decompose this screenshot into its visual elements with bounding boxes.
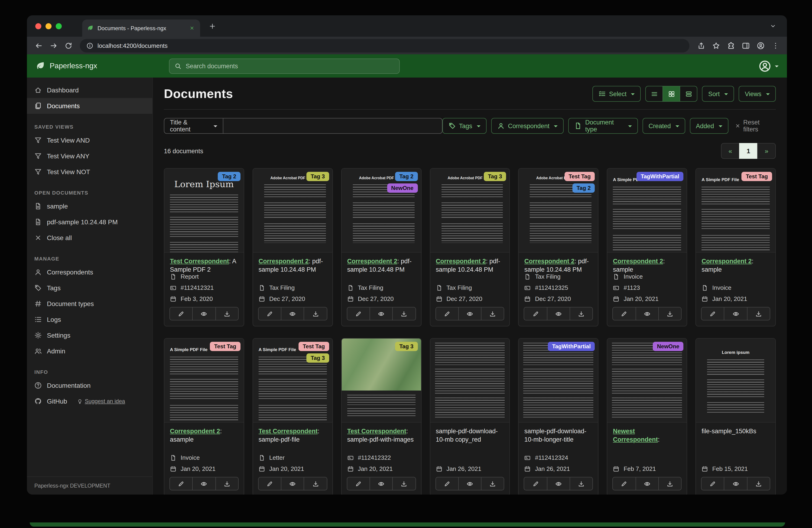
correspondent-link[interactable]: Correspondent 2 xyxy=(170,428,220,435)
reload-button[interactable] xyxy=(61,39,75,53)
reset-filters-button[interactable]: Reset filters xyxy=(735,119,776,133)
view-mode-view-list-button[interactable] xyxy=(646,86,663,102)
edit-document-button[interactable] xyxy=(524,477,547,490)
preview-document-button[interactable] xyxy=(192,307,216,320)
sidebar-item-sample[interactable]: sample xyxy=(27,198,152,214)
download-document-button[interactable] xyxy=(658,477,682,490)
filter-correspondent-button[interactable]: Correspondent xyxy=(491,118,564,134)
back-button[interactable] xyxy=(32,39,45,53)
sidebar-item-pdf-sample-10-24-48-pm[interactable]: pdf-sample 10.24.48 PM xyxy=(27,214,152,230)
tag-badge-test-tag[interactable]: Test Tag xyxy=(564,172,595,181)
sidebar-item-test-view-and[interactable]: Test View AND xyxy=(27,132,152,148)
new-tab-button[interactable] xyxy=(206,19,219,32)
preview-document-button[interactable] xyxy=(281,477,304,490)
search-input[interactable] xyxy=(186,62,394,69)
sort-button[interactable]: Sort xyxy=(702,86,734,102)
sidebar-item-logs[interactable]: Logs xyxy=(27,312,152,327)
sidebar-item-settings[interactable]: Settings xyxy=(27,327,152,343)
download-document-button[interactable] xyxy=(658,307,682,320)
edit-document-button[interactable] xyxy=(258,477,281,490)
document-thumbnail[interactable]: Adobe Acrobat PDF FilesTag 3 xyxy=(253,169,332,253)
app-brand[interactable]: Paperless-ngx xyxy=(35,61,169,71)
zoom-window-button[interactable] xyxy=(56,23,62,29)
select-button[interactable]: Select xyxy=(592,86,641,102)
preview-document-button[interactable] xyxy=(724,307,748,320)
tag-badge-tag-2[interactable]: Tag 2 xyxy=(395,172,418,181)
document-thumbnail[interactable]: NewOne xyxy=(608,339,687,423)
tag-badge-test-tag[interactable]: Test Tag xyxy=(210,342,241,351)
close-window-button[interactable] xyxy=(35,23,41,29)
edit-document-button[interactable] xyxy=(701,477,724,490)
document-thumbnail[interactable]: A Simple PDF FileTest Tag xyxy=(696,169,775,253)
correspondent-link[interactable]: Test Correspondent xyxy=(347,428,406,435)
download-document-button[interactable] xyxy=(481,307,504,320)
edit-document-button[interactable] xyxy=(347,477,370,490)
preview-document-button[interactable] xyxy=(547,307,570,320)
sidebar-item-test-view-not[interactable]: Test View NOT xyxy=(27,164,152,180)
filter-created-button[interactable]: Created xyxy=(642,118,685,134)
edit-document-button[interactable] xyxy=(435,307,459,320)
filter-title-input[interactable] xyxy=(223,118,443,134)
tag-badge-tag-3[interactable]: Tag 3 xyxy=(484,172,506,181)
correspondent-link[interactable]: Correspondent 2 xyxy=(701,258,752,265)
user-menu-button[interactable] xyxy=(759,60,779,72)
download-document-button[interactable] xyxy=(747,307,770,320)
filter-tags-button[interactable]: Tags xyxy=(442,118,487,134)
document-thumbnail[interactable]: A Simple PDF FileTest Tag xyxy=(164,339,244,423)
document-thumbnail[interactable]: Adobe Acrobat PDF FilesTag 2NewOne xyxy=(342,169,421,253)
tab-close-button[interactable] xyxy=(188,24,195,32)
filter-added-button[interactable]: Added xyxy=(690,118,728,134)
edit-document-button[interactable] xyxy=(524,307,547,320)
address-bar[interactable]: localhost:4200/documents xyxy=(80,39,690,52)
document-thumbnail[interactable]: Adobe Acrobat PDF FilesTest TagTag 2 xyxy=(519,169,598,253)
tag-badge-test-tag[interactable]: Test Tag xyxy=(742,172,772,181)
document-thumbnail[interactable]: TagWithPartial xyxy=(519,339,598,423)
sidebar-item-test-view-any[interactable]: Test View ANY xyxy=(27,148,152,164)
preview-document-button[interactable] xyxy=(724,477,748,490)
view-mode-view-grid-button[interactable] xyxy=(663,86,680,102)
share-button[interactable] xyxy=(694,39,708,53)
tag-badge-tag-3[interactable]: Tag 3 xyxy=(395,342,418,351)
sidebar-item-github[interactable]: GitHubSuggest an idea xyxy=(27,393,152,409)
download-document-button[interactable] xyxy=(215,307,238,320)
document-thumbnail[interactable]: A Simple PDF FileTest TagTag 3 xyxy=(253,339,332,423)
next-page-button[interactable]: » xyxy=(757,143,776,159)
menu-button[interactable] xyxy=(768,39,782,53)
document-thumbnail[interactable]: A Simple PDF FileTagWithPartial xyxy=(608,169,687,253)
tab-search-button[interactable] xyxy=(767,19,780,32)
download-document-button[interactable] xyxy=(215,477,238,490)
sidebar-item-documentation[interactable]: Documentation xyxy=(27,377,152,393)
extensions-button[interactable] xyxy=(724,39,738,53)
preview-document-button[interactable] xyxy=(547,477,570,490)
tag-badge-test-tag[interactable]: Test Tag xyxy=(299,342,329,351)
correspondent-link[interactable]: Test Correspondent xyxy=(259,428,318,435)
download-document-button[interactable] xyxy=(481,477,504,490)
side-panel-button[interactable] xyxy=(739,39,753,53)
edit-document-button[interactable] xyxy=(613,477,636,490)
document-thumbnail[interactable]: Adobe Acrobat PDF FilesTag 3 xyxy=(430,169,509,253)
correspondent-link[interactable]: Correspondent 2 xyxy=(347,258,397,265)
sidebar-link-suggest-an-idea[interactable]: Suggest an idea xyxy=(77,398,125,404)
download-document-button[interactable] xyxy=(393,307,416,320)
current-page-button[interactable]: 1 xyxy=(739,143,758,159)
previous-page-button[interactable]: « xyxy=(721,143,740,159)
download-document-button[interactable] xyxy=(304,307,327,320)
profile-button[interactable] xyxy=(754,39,767,53)
download-document-button[interactable] xyxy=(747,477,770,490)
document-thumbnail[interactable] xyxy=(430,339,509,423)
correspondent-link[interactable]: Newest Correspondent xyxy=(613,428,658,443)
download-document-button[interactable] xyxy=(393,477,416,490)
correspondent-link[interactable]: Correspondent 2 xyxy=(436,258,486,265)
preview-document-button[interactable] xyxy=(635,477,659,490)
sidebar-item-documents[interactable]: Documents xyxy=(27,98,152,114)
document-thumbnail[interactable]: Lorem IpsumTag 2 xyxy=(164,169,244,253)
preview-document-button[interactable] xyxy=(458,477,482,490)
browser-tab[interactable]: Documents - Paperless-ngx xyxy=(82,19,200,37)
edit-document-button[interactable] xyxy=(258,307,281,320)
page-info-icon[interactable] xyxy=(86,42,93,49)
filter-field-dropdown[interactable]: Title & content xyxy=(164,118,223,134)
edit-document-button[interactable] xyxy=(170,477,193,490)
edit-document-button[interactable] xyxy=(613,307,636,320)
preview-document-button[interactable] xyxy=(635,307,659,320)
preview-document-button[interactable] xyxy=(458,307,482,320)
